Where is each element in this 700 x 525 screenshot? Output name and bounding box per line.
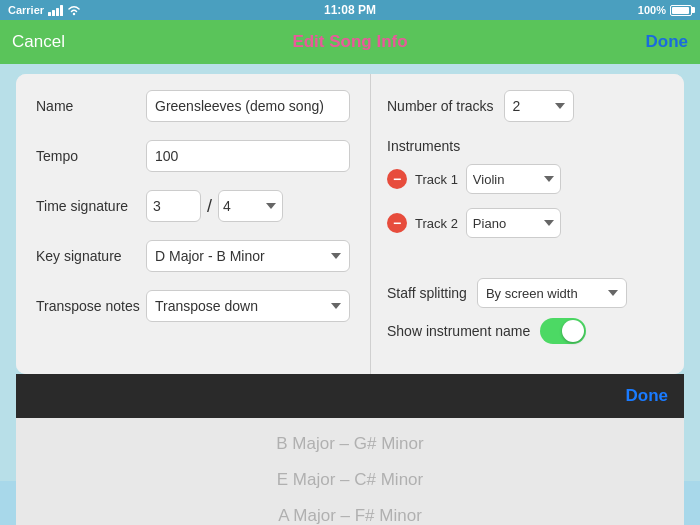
time-sig-label: Time signature bbox=[36, 198, 146, 214]
staff-splitting-label: Staff splitting bbox=[387, 285, 467, 301]
track1-remove-button[interactable] bbox=[387, 169, 407, 189]
cancel-button[interactable]: Cancel bbox=[12, 32, 65, 52]
staff-splitting-select[interactable]: By screen width Always split Never split bbox=[477, 278, 627, 308]
picker-overlay: B Major – G# Minor E Major – C# Minor A … bbox=[16, 418, 684, 525]
show-instrument-toggle[interactable] bbox=[540, 318, 586, 344]
key-sig-row: Key signature D Major - B Minor C Major … bbox=[36, 240, 350, 272]
transpose-row: Transpose notes Transpose down Transpose… bbox=[36, 290, 350, 322]
track1-instrument-select[interactable]: Violin Piano Guitar bbox=[466, 164, 561, 194]
transpose-label: Transpose notes bbox=[36, 298, 146, 314]
battery-percent: 100% bbox=[638, 4, 666, 16]
status-time: 11:08 PM bbox=[324, 3, 376, 17]
carrier-text: Carrier bbox=[8, 4, 44, 16]
track1-label: Track 1 bbox=[415, 172, 458, 187]
key-sig-select[interactable]: D Major - B Minor C Major - A Minor G Ma… bbox=[146, 240, 350, 272]
tempo-input[interactable] bbox=[146, 140, 350, 172]
instruments-label: Instruments bbox=[387, 138, 668, 154]
time-sig-row: Time signature / 4 8 2 bbox=[36, 190, 350, 222]
show-instrument-label: Show instrument name bbox=[387, 323, 530, 339]
num-tracks-select[interactable]: 2 1 3 4 bbox=[504, 90, 574, 122]
name-row: Name bbox=[36, 90, 350, 122]
nav-title: Edit Song Info bbox=[292, 32, 407, 52]
status-bar: Carrier 11:08 PM 100% bbox=[0, 0, 700, 20]
svg-rect-0 bbox=[48, 12, 51, 16]
tempo-row: Tempo bbox=[36, 140, 350, 172]
num-tracks-row: Number of tracks 2 1 3 4 bbox=[387, 90, 668, 122]
track2-remove-button[interactable] bbox=[387, 213, 407, 233]
staff-splitting-row: Staff splitting By screen width Always s… bbox=[387, 278, 668, 308]
battery-icon bbox=[670, 5, 692, 16]
picker-item-1[interactable]: E Major – C# Minor bbox=[16, 462, 684, 498]
signal-icon bbox=[48, 5, 63, 16]
toggle-knob bbox=[562, 320, 584, 342]
nav-bar: Cancel Edit Song Info Done bbox=[0, 20, 700, 64]
status-left: Carrier bbox=[8, 4, 81, 16]
track1-row: Track 1 Violin Piano Guitar bbox=[387, 164, 668, 194]
picker-item-0[interactable]: B Major – G# Minor bbox=[16, 426, 684, 462]
time-sig-inputs: / 4 8 2 bbox=[146, 190, 283, 222]
track2-label: Track 2 bbox=[415, 216, 458, 231]
right-panel: Number of tracks 2 1 3 4 Instruments Tra… bbox=[371, 74, 684, 374]
svg-rect-3 bbox=[60, 5, 63, 16]
track2-row: Track 2 Piano Violin Guitar bbox=[387, 208, 668, 238]
main-area: Name Tempo Time signature / 4 8 2 bbox=[0, 64, 700, 481]
form-card: Name Tempo Time signature / 4 8 2 bbox=[16, 74, 684, 374]
time-sig-denominator[interactable]: 4 8 2 bbox=[218, 190, 283, 222]
svg-rect-1 bbox=[52, 10, 55, 16]
time-sig-numerator[interactable] bbox=[146, 190, 201, 222]
picker-item-2[interactable]: A Major – F# Minor bbox=[16, 498, 684, 525]
key-sig-label: Key signature bbox=[36, 248, 146, 264]
track2-instrument-select[interactable]: Piano Violin Guitar bbox=[466, 208, 561, 238]
bottom-done-button[interactable]: Done bbox=[626, 386, 669, 406]
name-input[interactable] bbox=[146, 90, 350, 122]
time-sig-divider: / bbox=[207, 196, 212, 217]
tempo-label: Tempo bbox=[36, 148, 146, 164]
svg-rect-2 bbox=[56, 8, 59, 16]
name-label: Name bbox=[36, 98, 146, 114]
transpose-select[interactable]: Transpose down Transpose up bbox=[146, 290, 350, 322]
wifi-icon bbox=[67, 5, 81, 16]
bottom-bar: Done bbox=[16, 374, 684, 418]
nav-done-button[interactable]: Done bbox=[646, 32, 689, 52]
left-panel: Name Tempo Time signature / 4 8 2 bbox=[16, 74, 371, 374]
status-right: 100% bbox=[638, 4, 692, 16]
show-instrument-row: Show instrument name bbox=[387, 318, 668, 344]
num-tracks-label: Number of tracks bbox=[387, 98, 494, 114]
